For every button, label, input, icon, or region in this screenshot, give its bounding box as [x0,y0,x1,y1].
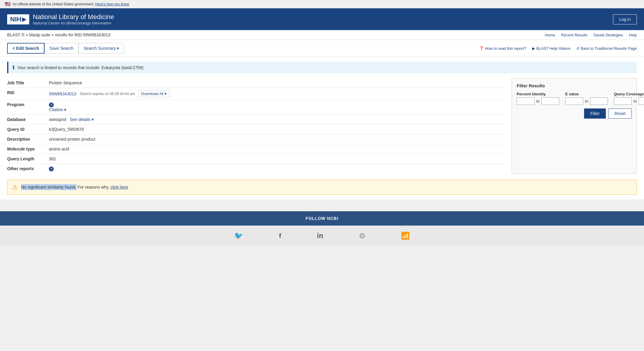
rid-cell: 59W69JA3013 Search expires on 05-29 04:4… [49,88,504,100]
table-row-other-reports: Other reports ? [7,164,504,174]
reset-button[interactable]: Reset [608,108,632,119]
nav-bar: BLAST ® » blastp suite » results for RID… [0,30,644,40]
back-traditional-link[interactable]: ↺ Back to Traditional Results Page [576,46,637,51]
search-summary-button[interactable]: Search Summary ▾ [78,43,124,54]
content-area: Job Title Protein Sequence RID 59W69JA30… [7,78,637,174]
expiry-text: Search expires on 05-29 04:44 am [80,92,135,96]
nav-help[interactable]: Help [629,33,637,37]
linkedin-link[interactable]: in [317,232,323,240]
percent-identity-to-label: to [536,99,540,103]
see-details-icon: ▾ [92,117,94,122]
percent-identity-from[interactable] [517,97,535,105]
e-value-label: E value [565,92,608,96]
table-row-query-length: Query Length 362 [7,154,504,164]
table-row-molecule: Molecule type amino acid [7,144,504,154]
citation-dropdown-icon: ▾ [64,107,66,112]
blast-help-videos-link[interactable]: ▶ BLAST Help Videos [532,46,570,51]
query-coverage-to[interactable] [639,97,644,105]
gov-link[interactable]: Here's how you know [95,2,129,6]
question-icon: ❓ [479,46,484,51]
filter-actions: Filter Reset [517,108,632,119]
e-value-to[interactable] [590,97,608,105]
table-row-program: Program ? Citation ▾ [7,100,504,115]
gov-text: An official website of the United States… [13,2,93,6]
filter-button[interactable]: Filter [584,108,606,119]
social-footer: 🐦 f in ⊙ 📶 [0,226,644,246]
warning-icon: ⚠ [12,184,18,191]
info-banner: ℹ Your search is limited to records that… [7,62,637,73]
query-coverage-from[interactable] [614,97,632,105]
click-here-link[interactable]: click here [110,185,128,190]
org-sub: National Center for Biotechnology Inform… [33,21,114,25]
query-id-value: lcl|Query_5950670 [49,125,504,134]
gov-banner: 🇺🇸 An official website of the United Sta… [0,0,644,8]
login-button[interactable]: Log in [613,14,637,24]
nav-recent-results[interactable]: Recent Results [561,33,587,37]
info-text: Your search is limited to records that i… [17,65,143,70]
see-details-link[interactable]: See details ▾ [70,117,94,122]
table-row-description: Description unnamed protein product [7,134,504,144]
follow-footer: FOLLOW NCBI [0,211,644,226]
video-icon: ▶ [532,46,535,51]
linkedin-icon: in [317,232,323,240]
flag-icon: 🇺🇸 [5,1,11,7]
percent-identity-inputs: to [517,97,559,105]
nav-links: Home Recent Results Saved Strategies Hel… [545,33,637,37]
follow-text: FOLLOW NCBI [306,216,339,221]
nav-home[interactable]: Home [545,33,555,37]
info-icon: ℹ [13,65,14,70]
percent-identity-to[interactable] [541,97,559,105]
e-value-inputs: to [565,97,608,105]
twitter-link[interactable]: 🐦 [234,232,243,240]
filter-query-coverage: Query Coverage to [614,92,644,105]
rss-link[interactable]: 📶 [401,232,410,240]
molecule-value: amino acid [49,144,504,154]
rid-label: RID [7,88,49,100]
warning-rest: For reasons why, [78,185,109,190]
filter-row: Percent Identity to E value to [517,92,632,105]
query-coverage-to-label: to [634,99,637,103]
query-length-value: 362 [49,154,504,164]
facebook-link[interactable]: f [279,232,281,240]
edit-search-button[interactable]: < Edit Search [7,43,44,54]
twitter-icon: 🐦 [234,232,243,240]
github-icon: ⊙ [359,232,365,240]
header-left: NIH ▶ National Library of Medicine Natio… [7,13,114,25]
job-info: Job Title Protein Sequence RID 59W69JA30… [7,78,504,174]
main-content: ℹ Your search is limited to records that… [0,57,644,199]
nih-logo: NIH ▶ [7,14,29,24]
warning-banner: ⚠ No significant similarity found. For r… [7,180,637,195]
org-name: National Library of Medicine [33,13,114,21]
table-row-rid: RID 59W69JA3013 Search expires on 05-29 … [7,88,504,100]
dropdown-icon: ▾ [165,91,167,96]
rss-icon: 📶 [401,232,410,240]
query-coverage-inputs: to [614,97,644,105]
database-label: Database [7,115,49,125]
header-org: National Library of Medicine National Ce… [33,13,114,25]
nav-saved-strategies[interactable]: Saved Strategies [593,33,623,37]
database-cell: swissprot See details ▾ [49,115,504,125]
header: NIH ▶ National Library of Medicine Natio… [0,8,644,30]
program-label: Program [7,100,49,115]
query-length-label: Query Length [7,154,49,164]
molecule-label: Molecule type [7,144,49,154]
nih-arrow-icon: ▶ [22,16,26,23]
e-value-from[interactable] [565,97,583,105]
rid-link[interactable]: 59W69JA3013 [49,91,76,96]
program-help-icon[interactable]: ? [49,102,54,107]
action-bar: < Edit Search Save Search Search Summary… [0,40,644,57]
e-value-to-label: to [585,99,588,103]
percent-identity-label: Percent Identity [517,92,559,96]
table-row-job-title: Job Title Protein Sequence [7,78,504,88]
query-coverage-label: Query Coverage [614,92,644,96]
other-reports-cell: ? [49,164,504,174]
download-all-button[interactable]: Download All ▾ [138,90,169,97]
warning-text: No significant similarity found. For rea… [21,185,128,190]
other-reports-help-icon[interactable]: ? [49,167,54,171]
github-link[interactable]: ⊙ [359,232,365,240]
program-cell: ? Citation ▾ [49,100,504,115]
job-title-label: Job Title [7,78,49,88]
how-to-read-link[interactable]: ❓ How to read this report? [479,46,526,51]
save-search-button[interactable]: Save Search [44,43,78,54]
citation-link[interactable]: Citation ▾ [49,107,501,112]
